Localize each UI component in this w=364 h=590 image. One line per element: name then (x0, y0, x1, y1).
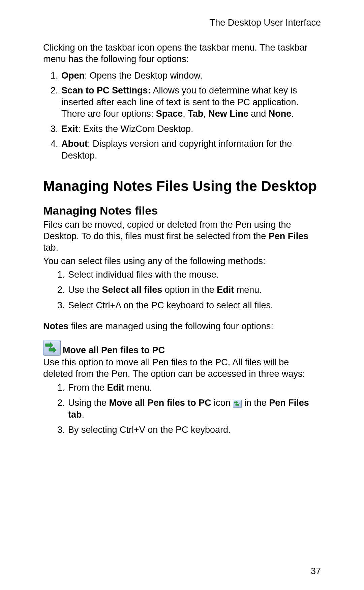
taskbar-intro: Clicking on the taskbar icon opens the t… (43, 42, 321, 65)
list-item: Select individual files with the mouse. (67, 269, 321, 281)
option-value: Space (156, 109, 183, 119)
list-item: From the Edit menu. (67, 382, 321, 394)
subsection-heading: Managing Notes files (43, 204, 321, 217)
option-label: Exit (61, 124, 78, 134)
option-value: New Line (208, 109, 248, 119)
option-label: Scan to PC Settings: (61, 85, 151, 95)
list-item: Exit: Exits the WizCom Desktop. (61, 123, 321, 135)
svg-marker-0 (46, 342, 53, 348)
taskbar-options-list: Open: Opens the Desktop window. Scan to … (43, 70, 321, 162)
option-desc: : Displays version and copyright informa… (61, 139, 292, 161)
list-item: Use the Select all files option in the E… (67, 284, 321, 296)
list-item: Open: Opens the Desktop window. (61, 70, 321, 82)
option-label: About (61, 139, 88, 149)
move-files-icon (43, 340, 61, 356)
option-desc: : Exits the WizCom Desktop. (78, 124, 193, 134)
files-paragraph: Files can be moved, copied or deleted fr… (43, 219, 321, 253)
list-item: Select Ctrl+A on the PC keyboard to sele… (67, 300, 321, 311)
running-header: The Desktop User Interface (43, 18, 321, 28)
page-number: 37 (311, 566, 321, 577)
move-option-label: Move all Pen files to PC (63, 345, 165, 356)
svg-marker-1 (49, 347, 56, 353)
section-heading: Managing Notes Files Using the Desktop (43, 178, 321, 194)
svg-marker-2 (234, 401, 238, 404)
move-methods-list: From the Edit menu. Using the Move all P… (43, 382, 321, 436)
svg-marker-3 (236, 403, 239, 406)
move-option-heading: Move all Pen files to PC (43, 340, 321, 356)
list-item: Scan to PC Settings: Allows you to deter… (61, 85, 321, 120)
move-files-icon-small (233, 400, 242, 408)
document-page: The Desktop User Interface Clicking on t… (0, 0, 364, 590)
list-item: Using the Move all Pen files to PC icon … (67, 397, 321, 421)
list-item: About: Displays version and copyright in… (61, 138, 321, 161)
select-intro: You can select files using any of the fo… (43, 256, 321, 267)
option-label: Open (61, 71, 85, 81)
select-methods-list: Select individual files with the mouse. … (43, 269, 321, 311)
option-value: Tab (188, 109, 203, 119)
notes-paragraph: Notes files are managed using the follow… (43, 321, 321, 332)
list-item: By selecting Ctrl+V on the PC keyboard. (67, 424, 321, 436)
option-desc: : Opens the Desktop window. (85, 71, 203, 81)
move-paragraph: Use this option to move all Pen files to… (43, 357, 321, 380)
option-value: None (269, 109, 292, 119)
